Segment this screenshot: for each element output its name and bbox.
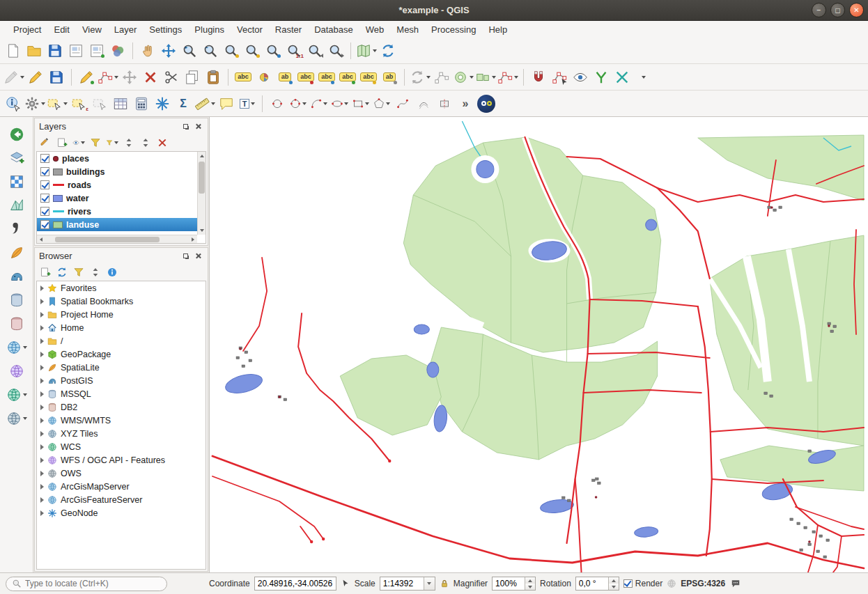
layer-labeling-options-button[interactable]: abc [233, 68, 253, 87]
add-mssql-layer-button[interactable] [6, 291, 28, 309]
horizontal-scrollbar[interactable] [37, 235, 197, 243]
layer-checkbox[interactable] [40, 194, 49, 203]
close-button[interactable]: ✕ [849, 3, 864, 17]
layer-row-water[interactable]: water [37, 192, 206, 205]
pin-labels-button[interactable]: ab [275, 68, 295, 87]
vertex-editor-button[interactable] [550, 68, 569, 87]
menu-item-layer[interactable]: Layer [108, 22, 144, 37]
minimize-button[interactable]: − [812, 3, 826, 17]
menu-item-database[interactable]: Database [308, 22, 359, 37]
deselect-all-button[interactable] [90, 94, 109, 114]
reshape-features-button[interactable] [497, 68, 518, 87]
new-print-layout-button[interactable] [66, 41, 86, 61]
layer-row-rivers[interactable]: rivers [37, 205, 206, 218]
processing-toolbox-button[interactable] [153, 94, 172, 114]
scroll-up-button[interactable] [198, 152, 206, 160]
more-digitizing-button[interactable] [633, 68, 653, 87]
data-source-manager-button[interactable] [6, 125, 28, 143]
epsg-badge[interactable]: EPSG:4326 [681, 579, 725, 588]
enable-tracing-button[interactable] [591, 68, 611, 87]
magnifier-down-button[interactable] [525, 584, 535, 590]
digitize-circle-3points-button[interactable] [288, 94, 308, 114]
add-part-button[interactable] [475, 68, 496, 87]
digitize-circle-2points-button[interactable] [268, 94, 287, 114]
rotation-up-button[interactable] [609, 577, 619, 584]
zoom-native-button[interactable]: 1:1 [284, 41, 304, 61]
style-manager-button[interactable] [108, 41, 127, 61]
layer-checkbox[interactable] [40, 180, 49, 189]
digitize-regular-polygon-button[interactable] [372, 94, 392, 114]
browser-item-favorites[interactable]: Favorites [37, 281, 206, 295]
browser-item-arcgis-feature[interactable]: ArcGisFeatureServer [37, 493, 206, 506]
expand-all-button[interactable] [123, 136, 135, 149]
locate-box[interactable] [6, 577, 167, 591]
move-label-button[interactable]: abc [317, 68, 336, 87]
layer-row-roads[interactable]: roads [37, 178, 206, 192]
crs-globe-icon[interactable] [667, 579, 676, 588]
undock-panel-button[interactable] [180, 121, 191, 132]
expander-icon[interactable] [40, 352, 44, 357]
browser-item-root[interactable]: / [37, 334, 206, 347]
digitize-rectangle-button[interactable] [351, 94, 371, 114]
rotation-spinbox[interactable] [575, 577, 619, 591]
show-map-tips-eye-button[interactable] [571, 68, 590, 87]
collapse-all-button[interactable] [89, 266, 102, 279]
add-wcs-layer-button[interactable] [6, 386, 28, 404]
toggle-editing-button[interactable] [26, 68, 45, 87]
expander-icon[interactable] [40, 391, 44, 397]
menu-item-vector[interactable]: Vector [231, 22, 269, 37]
highlight-pinned-labels-button[interactable]: abc [296, 68, 316, 87]
save-project-button[interactable] [45, 41, 65, 61]
browser-item-db2[interactable]: DB2 [37, 400, 206, 414]
copy-features-button[interactable] [183, 68, 202, 87]
expander-icon[interactable] [40, 338, 44, 344]
browser-item-spatialite[interactable]: SpatiaLite [37, 361, 206, 374]
identify-features-button[interactable] [3, 94, 23, 114]
trim-extend-button[interactable] [612, 68, 632, 87]
zoom-last-button[interactable] [305, 41, 325, 61]
add-xyz-layer-button[interactable] [6, 409, 28, 428]
render-check-icon[interactable] [623, 579, 633, 588]
menu-item-raster[interactable]: Raster [269, 22, 308, 37]
digitize-ellipse-button[interactable] [330, 94, 350, 114]
refresh-button[interactable] [378, 41, 398, 61]
messages-bubble-icon[interactable] [731, 579, 741, 588]
menu-item-help[interactable]: Help [482, 22, 513, 37]
new-project-button[interactable] [3, 41, 23, 61]
browser-item-arcgis-map[interactable]: ArcGisMapServer [37, 480, 206, 493]
cut-features-button[interactable] [162, 68, 181, 87]
zoom-full-button[interactable] [222, 41, 241, 61]
scale-input[interactable] [380, 577, 424, 590]
pan-to-selection-button[interactable] [159, 41, 178, 61]
expander-icon[interactable] [40, 471, 44, 476]
rotate-feature-button[interactable] [410, 68, 431, 87]
add-spatialite-layer-button[interactable] [6, 244, 28, 262]
new-map-view-button[interactable] [356, 41, 377, 61]
expander-icon[interactable] [40, 286, 44, 291]
scroll-left-button[interactable] [37, 235, 45, 244]
cursor-extent-icon[interactable] [341, 579, 350, 588]
menu-item-plugins[interactable]: Plugins [188, 22, 231, 37]
rotate-label-button[interactable]: abc [338, 68, 357, 87]
select-features-button[interactable] [47, 94, 68, 114]
scale-dropdown-button[interactable] [424, 577, 435, 590]
browser-item-ows[interactable]: OWS [37, 467, 206, 480]
add-feature-button[interactable] [77, 68, 96, 87]
browser-item-geopackage[interactable]: GeoPackage [37, 347, 206, 361]
open-layer-styling-button[interactable] [39, 136, 52, 149]
pan-map-button[interactable] [138, 41, 157, 61]
scale-combo[interactable] [380, 577, 435, 591]
magnifier-up-button[interactable] [525, 577, 535, 584]
add-wfs-layer-button[interactable] [6, 362, 28, 380]
search-plugin-button[interactable] [476, 94, 496, 114]
simplify-feature-button[interactable] [432, 68, 451, 87]
browser-item-xyz[interactable]: XYZ Tiles [37, 427, 206, 440]
select-by-expression-button[interactable]: ε [69, 94, 88, 114]
expander-icon[interactable] [40, 325, 44, 331]
add-selected-layers-button[interactable] [39, 266, 52, 279]
vertical-scrollbar[interactable] [197, 152, 206, 235]
add-ring-button[interactable] [453, 68, 474, 87]
expander-icon[interactable] [40, 510, 44, 516]
layer-checkbox[interactable] [40, 207, 49, 216]
zoom-to-selection-button[interactable] [242, 41, 262, 61]
